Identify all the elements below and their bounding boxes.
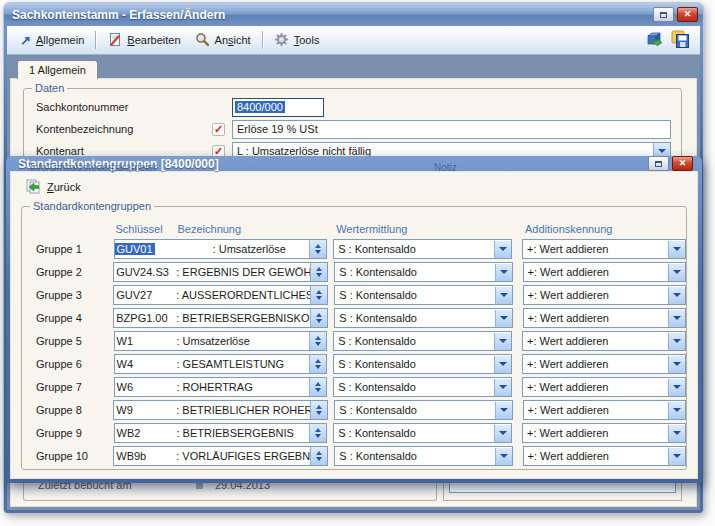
dropdown-button[interactable]	[494, 379, 511, 396]
spinner-button[interactable]	[309, 240, 326, 258]
spinner-button[interactable]	[309, 378, 326, 396]
red-check-icon[interactable]: ✓	[212, 123, 225, 136]
spinner-button[interactable]	[309, 332, 326, 350]
tab-allgemein[interactable]: 1 Allgemein	[17, 60, 98, 79]
additionskennung-select[interactable]: +: Wert addieren	[523, 400, 686, 420]
dropdown-button[interactable]	[668, 287, 685, 304]
close-icon: ✕	[679, 159, 687, 168]
spinner-down-icon	[316, 411, 322, 415]
schluessel-field[interactable]: W9 : BETRIEBLICHER ROHERTRAG	[113, 400, 328, 420]
dialog-titlebar[interactable]: Standardkontengruppen [8400/000] Info/Um…	[6, 156, 702, 171]
schluessel-field[interactable]: WB9b : VORLÄUFIGES ERGEBNIS	[113, 446, 328, 466]
schluessel-field[interactable]: WB2 : BETRIEBSERGEBNIS	[114, 423, 328, 443]
additionskennung-value: +: Wert addieren	[523, 358, 668, 370]
dropdown-button[interactable]	[495, 287, 512, 304]
additionskennung-select[interactable]: +: Wert addieren	[522, 377, 686, 397]
dropdown-button[interactable]	[494, 241, 511, 258]
additionskennung-value: +: Wert addieren	[523, 381, 668, 393]
save-icon[interactable]	[671, 30, 690, 51]
dropdown-button[interactable]	[668, 448, 685, 465]
additionskennung-value: +: Wert addieren	[524, 312, 668, 324]
additionskennung-value: +: Wert addieren	[523, 335, 668, 347]
key-description: : BETRIEBLICHER ROHERTRAG	[176, 404, 310, 416]
spinner-button[interactable]	[310, 309, 327, 327]
additionskennung-select[interactable]: +: Wert addieren	[523, 262, 686, 282]
dropdown-button[interactable]	[668, 310, 685, 327]
schluessel-field[interactable]: GUV24.S3 : ERGEBNIS DER GEWÖHNLICHEN GES	[113, 262, 328, 282]
wertermittlung-select[interactable]: S : Kontensaldo	[334, 308, 512, 328]
wertermittlung-select[interactable]: S : Kontensaldo	[334, 400, 512, 420]
key-description: : BETRIEBSERGEBNIS	[177, 427, 310, 439]
dropdown-button[interactable]	[494, 425, 511, 442]
wertermittlung-select[interactable]: S : Kontensaldo	[333, 377, 512, 397]
wertermittlung-select[interactable]: S : Kontensaldo	[333, 331, 512, 351]
chevron-down-icon	[500, 454, 508, 458]
additionskennung-value: +: Wert addieren	[523, 243, 668, 255]
menu-ansicht-label: Ansicht	[215, 34, 251, 46]
wertermittlung-select[interactable]: S : Kontensaldo	[334, 285, 512, 305]
dropdown-button[interactable]	[668, 379, 685, 396]
key-description: : BETRIEBSERGEBNISKONTO	[176, 312, 310, 324]
back-arrow-icon	[25, 178, 41, 196]
additionskennung-select[interactable]: +: Wert addieren	[523, 285, 686, 305]
wertermittlung-select[interactable]: S : Kontensaldo	[333, 354, 512, 374]
group-table: Gruppe 1 GUV01 : Umsatzerlöse S : Konten…	[36, 239, 686, 466]
additionskennung-select[interactable]: +: Wert addieren	[522, 423, 686, 443]
menu-bearbeiten[interactable]: Bearbeiten	[100, 29, 187, 52]
dropdown-button[interactable]	[668, 425, 685, 442]
dropdown-button[interactable]	[668, 264, 685, 281]
schluessel-field[interactable]: GUV27 : AUSSERORDENTLICHES ERGEBNIS	[113, 285, 328, 305]
dropdown-button[interactable]	[495, 264, 512, 281]
dialog-restore-button[interactable]	[648, 156, 669, 171]
key-description: : VORLÄUFIGES ERGEBNIS	[176, 450, 310, 462]
chevron-down-icon	[499, 362, 507, 366]
close-button[interactable]: ✕	[677, 7, 698, 22]
export-package-icon[interactable]	[645, 30, 663, 50]
additionskennung-select[interactable]: +: Wert addieren	[522, 354, 686, 374]
additionskennung-select[interactable]: +: Wert addieren	[523, 446, 686, 466]
schluessel-field[interactable]: BZPG1.00 : BETRIEBSERGEBNISKONTO	[113, 308, 328, 328]
dropdown-button[interactable]	[668, 333, 685, 350]
schluessel-field[interactable]: GUV01 : Umsatzerlöse	[114, 239, 328, 259]
spinner-button[interactable]	[310, 263, 327, 281]
key-value: WB9b	[114, 450, 176, 462]
spinner-button[interactable]	[309, 424, 326, 442]
chevron-down-icon	[673, 385, 681, 389]
schluessel-field[interactable]: W6 : ROHERTRAG	[114, 377, 328, 397]
dropdown-button[interactable]	[495, 402, 512, 419]
menu-ansicht[interactable]: Ansicht	[188, 29, 258, 52]
dropdown-button[interactable]	[494, 356, 511, 373]
chevron-down-icon	[499, 339, 507, 343]
additionskennung-select[interactable]: +: Wert addieren	[522, 239, 686, 259]
wertermittlung-select[interactable]: S : Kontensaldo	[333, 239, 512, 259]
restore-button[interactable]	[653, 7, 674, 22]
zurueck-button[interactable]: Zurück	[19, 176, 87, 198]
dropdown-button[interactable]	[668, 402, 685, 419]
dropdown-button[interactable]	[668, 241, 685, 258]
dropdown-button[interactable]	[494, 333, 511, 350]
header-additionskennung: Additionskennung	[522, 223, 686, 235]
additionskennung-select[interactable]: +: Wert addieren	[523, 308, 686, 328]
spinner-button[interactable]	[310, 401, 327, 419]
schluessel-field[interactable]: W4 : GESAMTLEISTUNG	[114, 354, 328, 374]
dropdown-button[interactable]	[495, 448, 512, 465]
toolbar-separator	[262, 31, 263, 49]
additionskennung-select[interactable]: +: Wert addieren	[522, 331, 686, 351]
dropdown-button[interactable]	[495, 310, 512, 327]
wertermittlung-select[interactable]: S : Kontensaldo	[334, 262, 512, 282]
wertermittlung-select[interactable]: S : Kontensaldo	[334, 446, 512, 466]
menu-allgemein[interactable]: ↗ Allgemein	[13, 31, 91, 49]
table-row: Gruppe 5 W1 : Umsatzerlöse S : Kontensal…	[36, 331, 686, 351]
dropdown-button[interactable]	[668, 356, 685, 373]
schluessel-field[interactable]: W1 : Umsatzerlöse	[114, 331, 328, 351]
dialog-close-button[interactable]: ✕	[672, 156, 693, 171]
spinner-button[interactable]	[309, 355, 326, 373]
menu-tools[interactable]: Tools	[267, 29, 327, 52]
spinner-button[interactable]	[310, 286, 327, 304]
sachkontonummer-input[interactable]: 8400/000	[232, 98, 324, 117]
kontenbezeichnung-input[interactable]: Erlöse 19 % USt	[232, 120, 671, 139]
wertermittlung-select[interactable]: S : Kontensaldo	[333, 423, 512, 443]
spinner-button[interactable]	[310, 447, 327, 465]
key-description: : ERGEBNIS DER GEWÖHNLICHEN GES	[176, 266, 310, 278]
main-titlebar[interactable]: Sachkontenstamm - Erfassen/Ändern ✕	[4, 3, 703, 26]
